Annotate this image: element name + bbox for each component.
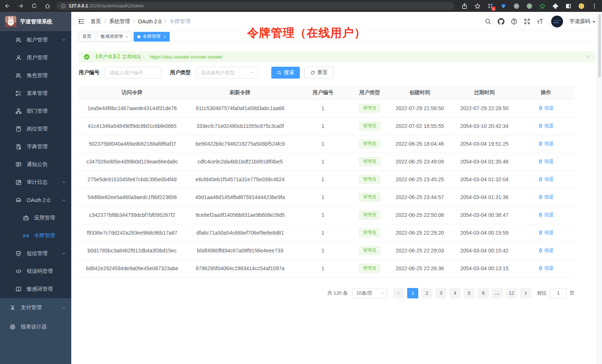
user-type-tag: 管理员 <box>359 264 380 273</box>
view-tab[interactable]: 令牌管理 × <box>134 32 169 42</box>
sidebar-item[interactable]: 角色管理 <box>0 67 71 85</box>
force-logout-button[interactable]: 强退 <box>538 194 554 201</box>
force-logout-button[interactable]: 强退 <box>538 105 554 112</box>
create-time-cell: 2022-06-25 22:29:03 <box>388 242 451 259</box>
sidebar-item[interactable]: 敏感词管理 <box>0 280 71 298</box>
command-extension-icon[interactable] <box>513 3 520 9</box>
action-cell: 强退 <box>517 206 575 224</box>
sidebar-item[interactable]: 支付管理 <box>0 298 71 317</box>
gem-extension-icon[interactable] <box>500 3 507 9</box>
page-ellipsis-button[interactable]: ... <box>492 288 503 298</box>
page-button[interactable]: 4 <box>449 288 461 298</box>
browser-forward-button[interactable] <box>18 3 24 9</box>
breadcrumb-item[interactable]: OAuth 2.0 <box>138 19 161 24</box>
access-token-cell: b0d1785bc3a8482f812db4a3f3bd15ec <box>79 242 186 259</box>
user-menu[interactable]: 芋道源码 <box>569 18 595 25</box>
breadcrumb-item[interactable]: 系统管理 <box>109 18 130 25</box>
extension-badge: 9 <box>491 7 495 11</box>
github-icon[interactable] <box>498 18 504 25</box>
trash-icon <box>538 106 543 110</box>
page-button[interactable]: 6 <box>478 288 489 298</box>
font-size-icon[interactable] <box>537 18 543 25</box>
force-logout-button[interactable]: 强退 <box>538 229 554 236</box>
sidebar-item[interactable]: OAuth 2.0 <box>0 191 71 209</box>
alert-close-icon[interactable]: × <box>586 54 589 60</box>
access-token-cell: 275e5de9151045fe87cbdc395e004f4d <box>79 171 186 188</box>
record-extension-icon[interactable] <box>526 3 533 9</box>
sidebar-item[interactable]: 令牌管理 <box>0 227 71 245</box>
address-bar[interactable]: 127.0.0.1:1024/system/oauth2/token <box>56 2 454 10</box>
code-icon <box>16 268 22 274</box>
user-type-cell: 管理员 <box>351 206 388 224</box>
pagination-total: 共 120 条 <box>327 290 348 297</box>
tab-label: 令牌管理 <box>143 33 160 40</box>
sidebar-fold-icon[interactable] <box>78 18 85 25</box>
sidebar-item[interactable]: 应用管理 <box>0 209 71 227</box>
sidebar-item-label: 报表设计器 <box>21 324 47 330</box>
page-button[interactable]: 3 <box>435 288 446 298</box>
user-id-input[interactable] <box>105 67 161 79</box>
page-button[interactable]: 5 <box>464 288 475 298</box>
force-logout-button[interactable]: 强退 <box>538 176 554 183</box>
force-logout-button[interactable]: 强退 <box>538 158 554 165</box>
sidebar-item[interactable]: 用户管理 <box>0 49 71 67</box>
force-logout-button[interactable]: 强退 <box>538 212 554 218</box>
reset-button[interactable]: 重置 <box>304 67 334 79</box>
site-info-icon[interactable] <box>61 4 66 9</box>
user-type-select[interactable] <box>196 67 258 79</box>
share-icon[interactable] <box>461 3 468 9</box>
sidebar-item[interactable]: 审计日志 <box>0 173 71 191</box>
view-tab[interactable]: 敏感词管理 × <box>97 32 132 42</box>
force-logout-button[interactable]: 强退 <box>538 140 554 147</box>
page-button[interactable]: 2 <box>421 288 432 298</box>
browser-home-button[interactable] <box>45 3 50 9</box>
sidebar-item[interactable]: 岗位管理 <box>0 120 71 138</box>
sidebar-item[interactable]: 短信管理 <box>0 245 71 262</box>
page-button[interactable]: 12 <box>506 288 517 298</box>
sidebar-item[interactable]: 错误码管理 <box>0 262 71 280</box>
scrollbar-thumb[interactable] <box>598 14 601 77</box>
sidebar-item[interactable]: 通知公告 <box>0 156 71 173</box>
goto-page-input[interactable] <box>550 288 567 298</box>
sidebar-item[interactable]: 菜单管理 <box>0 85 71 102</box>
tab-close-icon[interactable]: × <box>126 34 128 39</box>
force-logout-button[interactable]: 强退 <box>538 265 554 272</box>
force-logout-button[interactable]: 强退 <box>538 123 554 129</box>
emoji-profile-icon[interactable] <box>578 3 585 9</box>
sidebar-item[interactable]: 字典管理 <box>0 138 71 156</box>
sidebar-item[interactable]: 部门管理 <box>0 102 71 120</box>
bookmark-star-icon[interactable] <box>474 3 481 9</box>
browser-menu-icon[interactable] <box>591 3 598 9</box>
browser-reload-button[interactable] <box>31 3 37 9</box>
extension-grid-icon[interactable]: 9 <box>487 3 494 9</box>
search-button[interactable]: 搜索 <box>271 67 300 79</box>
sidebar-item[interactable]: 租户管理 <box>0 31 71 49</box>
green-star-extension-icon[interactable] <box>539 3 546 9</box>
search-icon[interactable] <box>485 18 491 25</box>
page-size-select[interactable] <box>352 288 388 298</box>
sidebar-item[interactable]: 报表设计器 <box>0 317 71 337</box>
browser-back-button[interactable] <box>4 3 10 9</box>
next-page-button[interactable] <box>520 288 531 298</box>
view-tab[interactable]: 首页 <box>79 32 95 42</box>
user-id-cell: 1 <box>295 99 351 117</box>
side-panel-icon[interactable] <box>565 3 572 9</box>
refresh-token-cell: cdfc4ce9c2da4bb1bdf21b9918ff4be5 <box>186 153 295 171</box>
fullscreen-icon[interactable] <box>524 18 530 25</box>
user-type-tag: 管理员 <box>359 157 380 166</box>
puzzle-extension-icon[interactable] <box>552 3 559 9</box>
prev-page-button[interactable] <box>393 288 404 298</box>
tab-close-icon[interactable]: × <box>163 34 166 39</box>
help-icon[interactable] <box>511 18 517 25</box>
chevron-down-icon <box>62 180 66 185</box>
breadcrumb-item[interactable]: 首页 <box>91 18 101 25</box>
sidebar-item-label: 用户管理 <box>27 54 48 61</box>
page-content: 【用户体系】文档地址： https://doc.iocoder.cn/user-… <box>71 42 602 298</box>
browser-scrollbar[interactable] <box>597 12 602 364</box>
force-logout-button[interactable]: 强退 <box>538 247 554 254</box>
page-button[interactable]: 1 <box>407 288 418 298</box>
doc-link[interactable]: https://doc.iocoder.cn/user-center/ <box>150 54 223 60</box>
avatar[interactable] <box>551 16 563 27</box>
create-time-cell: 2022-07-02 18:55:55 <box>388 117 451 135</box>
user-icon <box>16 55 22 61</box>
